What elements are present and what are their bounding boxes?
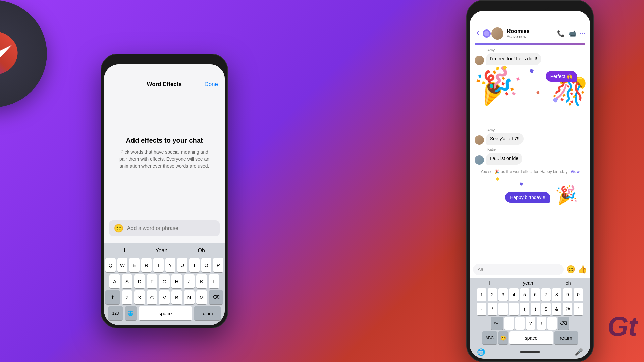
message-row-katie: I a... ist or ide bbox=[475, 153, 585, 165]
key-z[interactable]: Z bbox=[122, 290, 132, 304]
rkey-7[interactable]: 7 bbox=[541, 288, 551, 301]
key-t[interactable]: T bbox=[153, 258, 164, 272]
key-k[interactable]: K bbox=[196, 274, 207, 288]
rkey-emoji[interactable]: 😊 bbox=[498, 331, 508, 344]
video-call-icon[interactable]: 📹 bbox=[569, 30, 576, 37]
key-y[interactable]: Y bbox=[165, 258, 176, 272]
rkey-lparen[interactable]: ( bbox=[520, 303, 529, 315]
shift-key[interactable]: ⬆ bbox=[105, 290, 120, 304]
confetti-4 bbox=[489, 84, 493, 88]
suggestion-i-right[interactable]: I bbox=[489, 280, 490, 286]
chat-messages: Amy I'm free too! Let's do it! 🎉 🎊 bbox=[470, 45, 590, 261]
rkey-rparen[interactable]: ) bbox=[531, 303, 540, 315]
return-key[interactable]: return bbox=[194, 306, 221, 320]
rkey-comma[interactable]: , bbox=[515, 317, 525, 330]
key-h[interactable]: H bbox=[171, 274, 182, 288]
key-s[interactable]: S bbox=[122, 274, 132, 288]
rkey-quote[interactable]: " bbox=[574, 303, 583, 315]
rkey-exclaim[interactable]: ! bbox=[537, 317, 546, 330]
key-l[interactable]: L bbox=[209, 274, 219, 288]
suggestion-oh-right[interactable]: oh bbox=[566, 280, 571, 286]
rkey-semicolon[interactable]: ; bbox=[509, 303, 519, 315]
perfect-message-overlay: Perfect 🙌 bbox=[546, 71, 577, 82]
rkey-8[interactable]: 8 bbox=[552, 288, 561, 301]
rkey-return[interactable]: return bbox=[554, 331, 578, 344]
word-phrase-input[interactable] bbox=[127, 225, 215, 231]
keyboard-row-1: Q W E R T Y U I O P bbox=[105, 258, 223, 272]
rkey-dollar[interactable]: $ bbox=[541, 303, 551, 315]
emoji-picker-icon[interactable]: 🙂 bbox=[114, 224, 124, 233]
rkey-ampersand[interactable]: & bbox=[552, 303, 561, 315]
globe-icon-right[interactable]: 🌐 bbox=[477, 348, 485, 356]
suggestion-yeah-right[interactable]: yeah bbox=[523, 280, 533, 286]
rkey-4[interactable]: 4 bbox=[509, 288, 519, 301]
key-j[interactable]: J bbox=[184, 274, 195, 288]
suggestion-yeah[interactable]: Yeah bbox=[156, 248, 168, 254]
more-options-icon[interactable] bbox=[580, 30, 585, 37]
word-effect-notice: You set 🎉 as the word effect for 'Happy … bbox=[475, 167, 585, 176]
key-r[interactable]: R bbox=[141, 258, 152, 272]
avatar-amy bbox=[475, 56, 484, 65]
key-m[interactable]: M bbox=[196, 290, 207, 304]
rkey-2[interactable]: 2 bbox=[488, 288, 497, 301]
done-button[interactable]: Done bbox=[204, 81, 218, 88]
back-button[interactable] bbox=[475, 29, 481, 38]
delete-key[interactable]: ⌫ bbox=[209, 290, 223, 304]
word-input-row[interactable]: 🙂 bbox=[109, 220, 220, 236]
messenger-logo-icon bbox=[0, 27, 20, 80]
chat-text-input[interactable]: Aa bbox=[473, 264, 564, 275]
key-f[interactable]: F bbox=[147, 274, 157, 288]
phone-call-icon[interactable]: 📞 bbox=[557, 30, 565, 37]
view-link[interactable]: View bbox=[571, 169, 580, 174]
confetti-5 bbox=[536, 90, 540, 94]
sticker-icon[interactable]: 😊 bbox=[566, 265, 575, 274]
keyboard-row-4: 123 🌐 space return bbox=[105, 306, 223, 320]
word-effects-heading: Add effects to your chat bbox=[126, 137, 203, 144]
suggestion-oh[interactable]: Oh bbox=[198, 248, 205, 254]
rkey-9[interactable]: 9 bbox=[563, 288, 572, 301]
rkey-slash[interactable]: / bbox=[488, 303, 497, 315]
rkey-3[interactable]: 3 bbox=[498, 288, 508, 301]
key-p[interactable]: P bbox=[213, 258, 223, 272]
rkey-0[interactable]: 0 bbox=[574, 288, 583, 301]
message-bubble-katie: I a... ist or ide bbox=[486, 153, 522, 165]
word-effects-title: Word Effects bbox=[147, 81, 182, 88]
key-d[interactable]: D bbox=[134, 274, 145, 288]
right-keyboard-row-1: 1 2 3 4 5 6 7 8 9 0 bbox=[470, 288, 590, 301]
key-a[interactable]: A bbox=[109, 274, 120, 288]
chat-status: Active now bbox=[507, 34, 557, 39]
rkey-at[interactable]: @ bbox=[563, 303, 572, 315]
rkey-question[interactable]: ? bbox=[526, 317, 535, 330]
rkey-1[interactable]: 1 bbox=[477, 288, 486, 301]
rkey-period[interactable]: . bbox=[504, 317, 514, 330]
rkey-minus[interactable]: - bbox=[477, 303, 486, 315]
key-x[interactable]: X bbox=[134, 290, 145, 304]
key-v[interactable]: V bbox=[159, 290, 170, 304]
key-o[interactable]: O bbox=[201, 258, 212, 272]
rkey-abc[interactable]: ABC bbox=[482, 331, 497, 344]
key-c[interactable]: C bbox=[147, 290, 157, 304]
rkey-hashplus[interactable]: #+= bbox=[491, 317, 503, 330]
key-q[interactable]: Q bbox=[105, 258, 116, 272]
suggestion-i[interactable]: I bbox=[124, 248, 125, 254]
rkey-5[interactable]: 5 bbox=[520, 288, 529, 301]
mic-icon-right[interactable]: 🎤 bbox=[575, 348, 583, 356]
key-i[interactable]: I bbox=[189, 258, 200, 272]
key-g[interactable]: G bbox=[159, 274, 170, 288]
space-key[interactable]: space bbox=[139, 306, 192, 320]
rkey-6[interactable]: 6 bbox=[531, 288, 540, 301]
key-u[interactable]: U bbox=[177, 258, 187, 272]
rkey-apostrophe[interactable]: ' bbox=[547, 317, 557, 330]
globe-key[interactable]: 🌐 bbox=[125, 306, 137, 320]
key-w[interactable]: W bbox=[117, 258, 128, 272]
key-b[interactable]: B bbox=[171, 290, 182, 304]
thumbs-up-icon[interactable]: 👍 bbox=[578, 265, 587, 274]
rkey-colon[interactable]: : bbox=[498, 303, 508, 315]
left-phone-screen: Word Effects Done Add effects to your ch… bbox=[104, 64, 225, 325]
key-e[interactable]: E bbox=[129, 258, 140, 272]
word-effects-header: Word Effects Done bbox=[104, 64, 225, 93]
numbers-key[interactable]: 123 bbox=[108, 306, 123, 320]
key-n[interactable]: N bbox=[184, 290, 195, 304]
rkey-delete[interactable]: ⌫ bbox=[558, 317, 569, 330]
rkey-space[interactable]: space bbox=[509, 331, 553, 344]
